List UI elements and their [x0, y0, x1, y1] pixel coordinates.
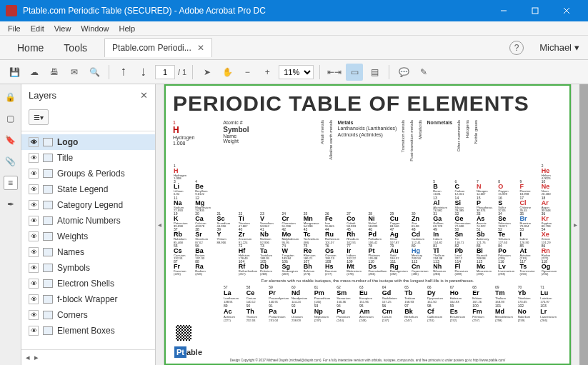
signatures-icon[interactable]: ✒	[4, 197, 18, 211]
tab-home[interactable]: Home	[7, 36, 54, 59]
close-tab-icon[interactable]: ✕	[197, 43, 204, 53]
element-cell: 13AlAluminium26.982	[432, 196, 454, 212]
menu-edit[interactable]: Edit	[26, 23, 49, 34]
layers-options-button[interactable]: ☰▾	[29, 109, 49, 125]
zoom-in-icon[interactable]: +	[259, 64, 276, 81]
element-cell: 45RhRhodium102.91	[346, 228, 367, 244]
menu-file[interactable]: File	[3, 23, 26, 34]
element-cell: 70YbYtterbium173.05	[517, 285, 540, 304]
layer-icon	[43, 169, 53, 178]
visibility-toggle[interactable]: 👁	[29, 216, 39, 226]
document-tab-label: Ptable.com Periodi...	[112, 43, 191, 53]
search-icon[interactable]: 🔍	[86, 64, 103, 81]
document-tab[interactable]: Ptable.com Periodi... ✕	[104, 38, 212, 57]
zoom-select[interactable]: 11%	[279, 65, 314, 79]
layer-item[interactable]: 👁Element Boxes	[21, 323, 155, 339]
user-menu[interactable]: Michael ▾	[531, 42, 588, 53]
tab-tools[interactable]: Tools	[54, 36, 97, 59]
visibility-toggle[interactable]: 👁	[29, 137, 39, 147]
visibility-toggle[interactable]: 👁	[29, 279, 39, 289]
layers-icon[interactable]: ≡	[4, 176, 18, 190]
collapse-right-gutter[interactable]: ▸	[571, 84, 579, 365]
next-page-icon[interactable]: ⭣	[135, 64, 152, 81]
visibility-toggle[interactable]: 👁	[29, 326, 39, 336]
layer-item[interactable]: 👁Symbols	[21, 260, 155, 276]
visibility-toggle[interactable]: 👁	[29, 153, 39, 163]
visibility-toggle[interactable]: 👁	[29, 247, 39, 257]
layer-item[interactable]: 👁Electron Shells	[21, 276, 155, 291]
element-cell: 113NhNihonium(286)	[432, 260, 454, 276]
close-panel-icon[interactable]: ✕	[140, 90, 148, 101]
page-title: PERIODIC TABLE OF ELEMENTS	[173, 91, 562, 116]
layer-item[interactable]: 👁Category Legend	[21, 197, 155, 213]
visibility-toggle[interactable]: 👁	[29, 169, 39, 179]
layer-item[interactable]: 👁Logo	[21, 134, 155, 150]
collapse-left-gutter[interactable]: ◂	[156, 84, 164, 365]
read-mode-icon[interactable]: ▤	[366, 64, 383, 81]
element-cell: 75ReRhenium186.21	[303, 244, 324, 260]
pdf-page: PERIODIC TABLE OF ELEMENTS 1 H Hydrogen …	[164, 84, 571, 365]
layer-item[interactable]: 👁Groups & Periods	[21, 166, 155, 181]
save-icon[interactable]: 💾	[6, 64, 23, 81]
layer-expand-right-icon[interactable]: ▸	[34, 353, 39, 362]
page-input[interactable]	[155, 65, 175, 79]
layer-expand-left-icon[interactable]: ◂	[26, 353, 30, 362]
attachment-icon[interactable]: 📎	[4, 154, 18, 169]
credit-line: Design Copyright © 2017 Michael Dayah (m…	[166, 359, 569, 362]
cloud-icon[interactable]: ☁	[26, 64, 43, 81]
element-cell: 52TeTellurium127.60	[497, 228, 519, 244]
layer-icon	[43, 154, 53, 162]
visibility-toggle[interactable]: 👁	[29, 310, 39, 320]
fit-page-icon[interactable]: ▭	[346, 64, 363, 81]
layer-item[interactable]: 👁Corners	[21, 307, 155, 323]
element-cell: 24CrChromium51.996	[281, 212, 302, 228]
comment-icon[interactable]: 💬	[395, 64, 412, 81]
visibility-toggle[interactable]: 👁	[29, 200, 39, 210]
layer-item[interactable]: 👁Atomic Numbers	[21, 213, 155, 229]
layers-panel: Layers ✕ ☰▾ 👁Logo👁Title👁Groups & Periods…	[21, 84, 156, 365]
print-icon[interactable]: 🖶	[46, 64, 63, 81]
pointer-icon[interactable]: ➤	[199, 64, 216, 81]
layer-item[interactable]: 👁f-block Wrapper	[21, 291, 155, 307]
element-cell: 21ScScandium44.956	[216, 212, 238, 228]
layer-icon	[43, 185, 53, 194]
hand-icon[interactable]: ✋	[219, 64, 236, 81]
bookmark-icon[interactable]: 🔖	[4, 133, 18, 147]
element-cell: 16SSulfur32.06	[497, 196, 519, 212]
element-cell: 59PrPraseodymium140.91	[268, 285, 291, 304]
element-cell: 25MnManganese54.938	[303, 212, 324, 228]
element-cell: 102NoNobelium(259)	[517, 304, 540, 322]
element-cell: 99EsEinsteinium(252)	[449, 304, 472, 322]
element-cell: 90ThThorium232.04	[246, 304, 269, 322]
element-cell: 92UUranium238.03	[291, 304, 314, 322]
visibility-toggle[interactable]: 👁	[29, 263, 39, 273]
help-icon[interactable]: ?	[509, 41, 524, 55]
email-icon[interactable]: ✉	[66, 64, 83, 81]
layer-item[interactable]: 👁Weights	[21, 229, 155, 244]
visibility-toggle[interactable]: 👁	[29, 294, 39, 304]
lock-icon[interactable]: 🔒	[4, 90, 18, 104]
layer-item[interactable]: 👁State Legend	[21, 181, 155, 197]
zoom-out-icon[interactable]: −	[239, 64, 256, 81]
layer-item[interactable]: 👁Names	[21, 244, 155, 260]
fit-width-icon[interactable]: ⇤⇥	[326, 64, 343, 81]
minimize-button[interactable]	[488, 0, 519, 21]
element-cell: 31GaGallium69.723	[432, 212, 454, 228]
menu-view[interactable]: View	[49, 23, 76, 34]
document-viewport[interactable]: ◂ PERIODIC TABLE OF ELEMENTS 1 H Hydroge…	[156, 84, 588, 365]
element-cell: 7NNitrogen14.007	[476, 180, 497, 196]
menu-help[interactable]: Help	[114, 23, 140, 34]
prev-page-icon[interactable]: ⭡	[115, 64, 132, 81]
element-cell: 28NiNickel58.693	[368, 212, 389, 228]
titlebar: Ptable.com Periodic Table (SECURED) - Ad…	[0, 0, 588, 21]
element-cell: 10NeNeon20.180	[541, 180, 562, 196]
menu-window[interactable]: Window	[76, 23, 114, 34]
visibility-toggle[interactable]: 👁	[29, 184, 39, 194]
layer-item[interactable]: 👁Title	[21, 150, 155, 166]
visibility-toggle[interactable]: 👁	[29, 231, 39, 241]
thumbnails-icon[interactable]: ▢	[4, 111, 18, 126]
close-button[interactable]	[551, 0, 582, 21]
element-cell: 1HHydrogen1.008	[173, 164, 194, 180]
maximize-button[interactable]	[519, 0, 551, 21]
highlight-icon[interactable]: ✎	[415, 64, 432, 81]
